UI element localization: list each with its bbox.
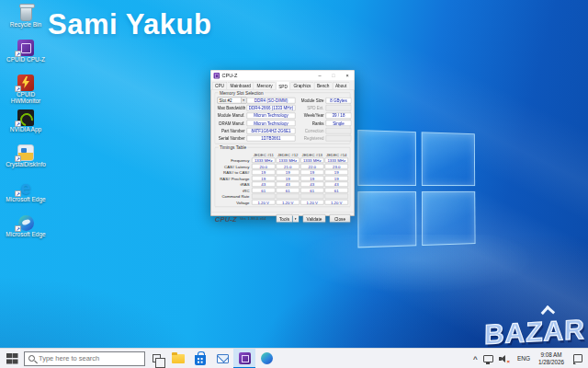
timings-cell: 1.20 V (252, 200, 276, 205)
timings-cell: 43 (325, 182, 349, 188)
taskbar-clock[interactable]: 9:08 AM 1/28/2026 (535, 351, 568, 366)
tray-expand-chevron[interactable]: ^ (470, 355, 481, 363)
desktop-icon-recycle-bin[interactable]: Recycle Bin (2, 3, 50, 37)
field-label: SPD Ext. (300, 106, 326, 110)
timings-table-group: Timings Table JEDEC #11 JEDEC #12 JEDEC … (215, 147, 351, 207)
windows-logo-pane (421, 191, 475, 246)
tools-dropdown-arrow[interactable]: ▾ (293, 214, 300, 223)
field-label: Week/Year (300, 113, 326, 118)
validate-button[interactable]: Validate (303, 214, 326, 223)
timings-cell: 20.0 (252, 164, 276, 169)
desktop-icon-edge[interactable]: ↗ Microsoft Edge (2, 213, 50, 247)
microsoft-store-button[interactable] (189, 349, 211, 368)
close-button[interactable]: × (341, 71, 355, 81)
field-label: Part Number (218, 129, 247, 133)
serial-number-value: 1D7B3661 (247, 135, 296, 142)
tab-mainboard[interactable]: Mainboard (228, 82, 254, 89)
timings-row-label: Voltage (218, 200, 252, 204)
week-year-value: 39 / 18 (326, 112, 352, 119)
desktop-icon-label: Microsoft Edge (6, 197, 45, 203)
language-indicator[interactable]: ENG (517, 355, 530, 362)
start-button[interactable] (0, 349, 24, 368)
timings-cell: 61 (325, 188, 349, 193)
field-label: Max Bandwidth (218, 106, 247, 110)
group-title: Memory Slot Selection (219, 90, 266, 96)
tab-cpu[interactable]: CPU (212, 82, 227, 89)
desktop-icon-label: CPUID HWMonitor (3, 92, 49, 105)
network-icon[interactable] (483, 355, 493, 362)
timings-row-label: RAS# Precharge (218, 176, 252, 180)
search-icon (28, 355, 35, 362)
slot-dropdown[interactable]: Slot #2 ▾ (218, 98, 247, 104)
module-size-value: 8 GBytes (326, 98, 352, 104)
windows-logo-icon (6, 353, 12, 359)
cpuz-app-icon (214, 73, 220, 79)
cpuz-window: CPU-Z – □ × CPU Mainboard Memory SPD Gra… (210, 70, 355, 216)
windows-logo-pane (357, 130, 415, 186)
timings-cell: 19 (252, 170, 276, 176)
timings-cell (277, 194, 300, 200)
task-view-button[interactable] (145, 349, 167, 368)
tab-graphics[interactable]: Graphics (290, 82, 313, 89)
minimize-button[interactable]: – (313, 71, 327, 81)
module-manuf-value: Micron Technology (247, 112, 296, 119)
wallpaper-floor-glow (276, 235, 588, 317)
field-label: DRAM Manuf. (218, 121, 247, 125)
timings-cell: 1333 MHz (325, 158, 349, 164)
shortcut-arrow-icon: ↗ (15, 225, 21, 232)
shortcut-arrow-icon: ↗ (15, 121, 21, 127)
clock-date: 1/28/2026 (535, 359, 568, 366)
taskbar-search[interactable] (24, 351, 145, 366)
edge-taskbar-button[interactable] (255, 349, 277, 368)
desktop-icon-cpuz[interactable]: ↗ CPUID CPU-Z (2, 38, 50, 72)
timings-row-label: tRAS (218, 182, 252, 187)
timings-row-label: RAS# to CAS# (218, 170, 252, 175)
cpuz-taskbar-button[interactable] (233, 349, 255, 368)
timings-cell: 19 (277, 176, 300, 181)
tab-spd[interactable]: SPD (276, 82, 290, 90)
timings-cell: 22.0 (300, 164, 324, 169)
desktop-icon-edge-legacy[interactable]: e↗ Microsoft Edge (2, 178, 50, 212)
desktop-icon-hwmonitor[interactable]: ↗ CPUID HWMonitor (2, 73, 50, 107)
desktop-icons: Recycle Bin ↗ CPUID CPU-Z ↗ CPUID HWMoni… (2, 3, 50, 247)
desktop-icon-label: Recycle Bin (10, 22, 41, 29)
timings-cell: 1333 MHz (300, 158, 324, 164)
mail-icon (217, 354, 229, 363)
cpuz-logo: CPU-Z (215, 214, 237, 223)
max-bandwidth-value: DDR4-2666 (1333 MHz) (247, 105, 296, 111)
taskbar: ^ × ENG 9:08 AM 1/28/2026 (0, 348, 588, 368)
windows-logo-pane (421, 132, 475, 186)
desktop-icon-nvidia[interactable]: ↗ NVIDIA App (2, 108, 50, 142)
window-statusbar: CPU-Z Ver. 1.98.0.x64 Tools ▾ Validate C… (211, 213, 355, 224)
close-window-button[interactable]: Close (330, 214, 351, 223)
timings-cell: 19 (277, 170, 300, 176)
volume-icon[interactable]: × (499, 354, 510, 363)
tab-bar: CPU Mainboard Memory SPD Graphics Bench … (211, 81, 355, 90)
timings-column-header: JEDEC #11 (252, 152, 277, 156)
file-explorer-button[interactable] (167, 349, 189, 368)
tab-bench[interactable]: Bench (314, 82, 332, 89)
desktop-icon-crystaldiskinfo[interactable]: ↗ CrystalDiskInfo (2, 143, 50, 177)
desktop-icon-label: NVIDIA App (10, 127, 41, 133)
timings-cell: 19 (325, 170, 349, 176)
desktop-icon-label: CPUID CPU-Z (6, 57, 45, 63)
edge-legacy-icon: e (20, 179, 30, 196)
search-input[interactable] (39, 354, 141, 362)
action-center-icon[interactable] (573, 354, 582, 362)
tab-about[interactable]: About (333, 82, 349, 89)
shortcut-arrow-icon: ↗ (15, 51, 21, 57)
window-title: CPU-Z (222, 73, 238, 78)
desktop-icon-label: CrystalDiskInfo (6, 162, 46, 168)
timings-cell: 61 (252, 188, 276, 193)
memory-type-value: DDR4 (SO-DIMM) (247, 98, 296, 104)
mail-button[interactable] (211, 349, 233, 368)
tab-memory[interactable]: Memory (254, 82, 275, 89)
timings-column-header: JEDEC #14 (324, 152, 349, 156)
timings-column-header: JEDEC #13 (300, 152, 325, 156)
timings-cell: 1.20 V (325, 200, 349, 205)
field-label: Registered (300, 136, 326, 141)
spd-tab-content: Memory Slot Selection Slot #2 ▾ DDR4 (SO… (211, 90, 355, 213)
cpuz-titlebar[interactable]: CPU-Z – □ × (211, 71, 355, 81)
tools-button[interactable]: Tools (277, 214, 293, 223)
bazar-watermark: BAZAR (483, 314, 586, 351)
